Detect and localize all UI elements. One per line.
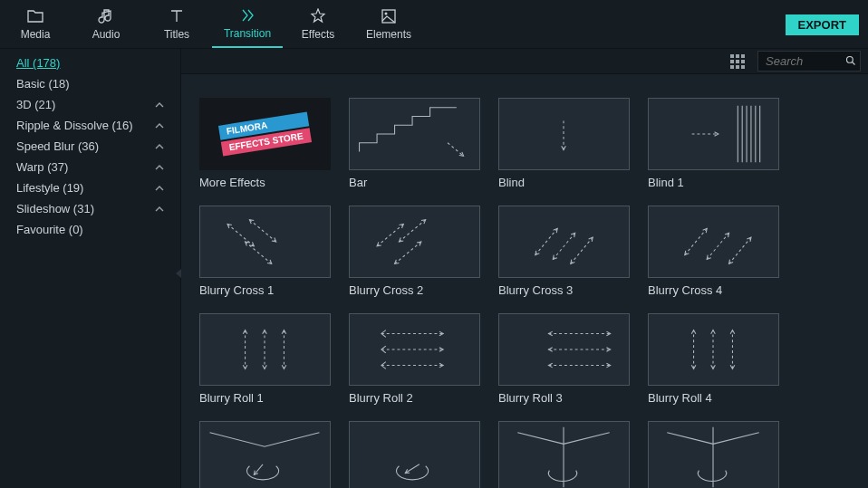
svg-line-17 [399,220,425,242]
svg-line-24 [729,237,751,263]
category-item[interactable]: Speed Blur (36) [0,136,180,157]
transition-item[interactable]: Blurry Cross 1 [199,206,331,297]
transition-item[interactable]: Blind 1 [648,98,779,189]
titles-icon [168,8,186,24]
category-item[interactable]: Favourite (0) [0,219,180,240]
category-item[interactable]: 3D (21) [0,94,180,115]
svg-line-21 [571,237,593,263]
more-effects-thumb: FILMORAEFFECTS STORE [199,98,331,170]
item-label: Bar [349,176,480,189]
export-button[interactable]: EXPORT [786,14,859,35]
svg-line-18 [395,242,421,263]
transition-item[interactable] [349,421,480,488]
transition-item[interactable]: Blurry Cross 3 [498,206,630,297]
tab-label: Transition [224,27,271,40]
tab-label: Elements [366,28,411,41]
category-item[interactable]: Warp (37) [0,157,180,177]
item-label: Blurry Roll 1 [199,391,331,405]
category-label: Slideshow (31) [16,201,94,216]
transition-thumb [199,206,331,278]
transition-thumb [498,313,630,386]
transition-thumb [349,421,480,488]
svg-line-38 [405,464,420,474]
svg-line-14 [249,220,275,242]
transition-thumb [648,313,779,386]
transition-item[interactable]: Blurry Cross 2 [349,206,480,297]
svg-line-15 [246,242,272,263]
collapse-sidebar-handle[interactable] [176,269,181,278]
category-label: Basic (18) [16,76,70,91]
tab-label: Media [21,28,51,41]
category-label: Speed Blur (36) [16,139,99,154]
item-label: Blurry Roll 2 [349,391,480,405]
item-label: Blurry Roll 3 [498,391,630,405]
tab-label: Titles [164,28,189,41]
category-item[interactable]: Lifestyle (19) [0,177,180,198]
tab-transition[interactable]: Transition [212,0,283,48]
transition-item[interactable]: Blurry Roll 1 [199,313,331,405]
transition-item[interactable] [199,421,331,488]
transition-item[interactable]: Blurry Cross 4 [648,206,779,297]
svg-line-3 [853,62,855,65]
transition-thumb [199,421,331,488]
transition-thumb [498,421,630,488]
category-label: All (178) [16,55,60,71]
transition-thumb [498,98,630,170]
transition-item[interactable]: Blurry Roll 3 [498,313,630,405]
chevron-up-icon [155,121,164,130]
tab-media[interactable]: Media [0,0,71,48]
item-label: Blind [498,176,630,189]
tab-effects[interactable]: Effects [283,0,353,48]
transition-thumb [648,98,779,170]
audio-icon [97,8,115,24]
search-icon[interactable] [845,55,856,66]
effects-icon [309,8,327,24]
transition-thumb [648,421,779,488]
transition-item[interactable] [648,421,779,488]
transition-icon [238,7,256,24]
transition-thumb [498,206,630,278]
tab-elements[interactable]: Elements [353,0,424,48]
svg-line-20 [553,233,574,259]
tab-label: Effects [302,28,334,41]
category-label: 3D (21) [16,97,55,112]
item-label: Blurry Roll 4 [648,391,779,405]
category-item[interactable]: Basic (18) [0,73,180,94]
svg-line-23 [707,233,728,259]
category-item[interactable]: All (178) [0,53,180,73]
transition-item[interactable]: Bar [349,98,480,189]
tab-audio[interactable]: Audio [71,0,141,48]
transition-thumb [349,206,480,278]
tab-titles[interactable]: Titles [141,0,212,48]
svg-line-16 [377,225,403,246]
svg-point-2 [847,57,854,63]
transition-item[interactable]: Blurry Roll 4 [648,313,779,405]
category-label: Warp (37) [16,159,68,175]
item-label: More Effects [199,176,331,189]
category-label: Ripple & Dissolve (16) [16,118,133,133]
transition-item[interactable]: Blind [498,98,630,189]
category-label: Lifestyle (19) [16,180,83,196]
chevron-up-icon [155,163,164,172]
transition-thumb [199,313,331,386]
svg-line-13 [227,225,254,246]
transition-item[interactable] [498,421,630,488]
category-item[interactable]: Slideshow (31) [0,198,180,219]
svg-line-4 [448,143,464,157]
content-header [181,49,868,74]
item-label: Blurry Cross 3 [498,283,630,297]
more-effects-item[interactable]: FILMORAEFFECTS STOREMore Effects [199,98,331,189]
item-label: Blurry Cross 2 [349,283,480,297]
search-box [757,51,861,72]
item-label: Blind 1 [648,176,779,189]
transition-thumb [349,313,480,386]
category-item[interactable]: Ripple & Dissolve (16) [0,115,180,136]
grid-view-icon[interactable] [730,54,745,69]
chevron-up-icon [155,184,164,193]
chevron-up-icon [155,100,164,110]
svg-line-19 [535,228,557,254]
transition-item[interactable]: Blurry Roll 2 [349,313,480,405]
svg-line-22 [685,228,707,254]
transition-thumb [349,98,480,170]
top-toolbar: MediaAudioTitlesTransitionEffectsElement… [0,0,868,49]
